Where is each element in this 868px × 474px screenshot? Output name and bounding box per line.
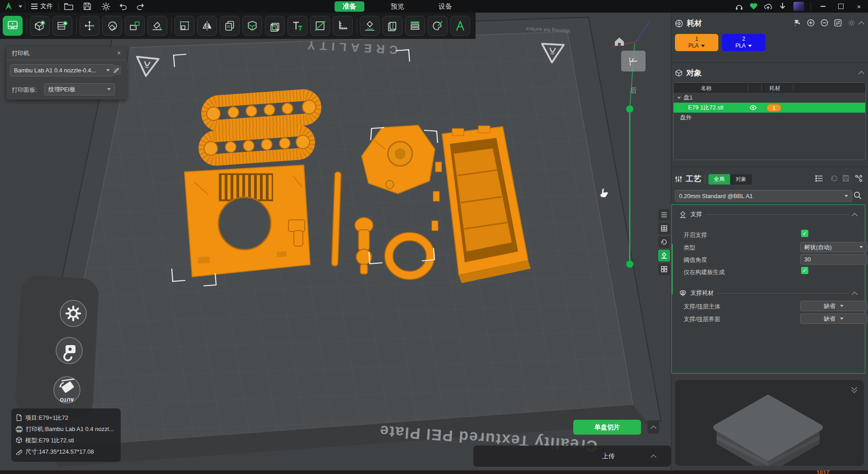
toolbar-lay-on-face-button[interactable]	[147, 16, 167, 36]
plate-preview-panel[interactable]	[675, 380, 864, 466]
toolbar-text-shape-button[interactable]	[450, 16, 470, 36]
scope-tab-global[interactable]: 全局	[708, 174, 730, 185]
file-menu[interactable]: 文件	[28, 0, 56, 13]
settings-button[interactable]	[101, 1, 111, 11]
toolbar-measure-button[interactable]	[333, 16, 353, 36]
toolbar-plate-settings-button[interactable]	[3, 16, 23, 36]
app-logo-caret[interactable]	[19, 5, 22, 8]
upload-options-button[interactable]	[647, 449, 659, 463]
clone-icon	[224, 20, 236, 32]
toolbar-add-text-button[interactable]	[288, 16, 307, 36]
toolbar-add-plate-button[interactable]	[52, 16, 72, 36]
support-base-label: 支撑/筏层主体	[684, 303, 721, 311]
toolbar-paint-seam-button[interactable]	[382, 16, 402, 36]
toolbar-variable-layer-button[interactable]	[405, 16, 425, 36]
preset-select[interactable]: 0.20mm Standard @BBL A1	[675, 190, 852, 202]
window-restore-button[interactable]	[832, 0, 850, 13]
lay-on-face-icon	[151, 20, 163, 32]
printer-select[interactable]: Bambu Lab A1 0.4 nozzle-0.4...	[10, 64, 114, 76]
printer-panel-close-button[interactable]: ×	[115, 49, 123, 57]
viewport-lock-button[interactable]	[56, 337, 82, 364]
height-gizmo-handle-top[interactable]	[626, 105, 633, 113]
filament-slot-2[interactable]: 2 PLA	[722, 34, 765, 51]
app-logo[interactable]	[4, 1, 14, 11]
object-row-selected[interactable]: E79 1比72.stl 1	[674, 103, 865, 113]
support-headset-button[interactable]	[734, 1, 744, 11]
eye-icon[interactable]	[750, 105, 757, 110]
support-filament-group-header[interactable]: 支撑耗材	[679, 289, 857, 297]
redo-button[interactable]	[135, 1, 145, 11]
health-heart-button[interactable]	[749, 1, 759, 11]
threshold-angle-input[interactable]: 30	[800, 254, 867, 265]
printer-edit-button[interactable]	[111, 65, 121, 75]
process-sync-button[interactable]	[855, 175, 863, 184]
filament-slot-1[interactable]: 1 PLA	[675, 34, 718, 51]
objects-collapse-button[interactable]	[859, 71, 864, 77]
process-history-button[interactable]	[830, 175, 838, 184]
slice-plate-button[interactable]: 单盘切片	[573, 420, 641, 435]
toolbar-clone-button[interactable]	[220, 16, 240, 36]
flush-filament-button[interactable]	[793, 19, 801, 28]
plate-group-row[interactable]: 盘1	[674, 93, 865, 103]
download-button[interactable]	[778, 1, 788, 11]
pencil-icon	[113, 67, 119, 73]
process-list-button[interactable]	[815, 175, 823, 184]
height-gizmo-handle-bottom[interactable]	[626, 261, 633, 268]
toolbar-boolean-button[interactable]	[265, 16, 285, 36]
add-filament-button[interactable]	[807, 19, 815, 28]
toolbar-add-model-button[interactable]	[30, 16, 50, 36]
sync-filament-button[interactable]	[834, 19, 842, 28]
window-minimize-button[interactable]	[814, 0, 832, 13]
settings-scrollbar[interactable]	[671, 244, 673, 294]
toolbar-paint-support-button[interactable]	[360, 16, 380, 36]
support-interface-select[interactable]: 缺省	[800, 313, 867, 324]
param-tab-support[interactable]	[658, 250, 670, 261]
cloud-upload-button[interactable]	[763, 1, 773, 11]
save-button[interactable]	[82, 1, 92, 11]
param-tab-others[interactable]	[658, 263, 670, 275]
toolbar-color-paint-button[interactable]	[428, 16, 448, 36]
open-file-button[interactable]	[64, 1, 74, 11]
upload-button[interactable]: 上传	[586, 452, 631, 460]
process-save-button[interactable]	[842, 175, 849, 184]
support-base-select[interactable]: 缺省	[800, 301, 867, 311]
buildplate-only-checkbox[interactable]: ✓	[801, 267, 808, 274]
support-filament-collapse-button[interactable]	[852, 291, 858, 297]
toolbar-move-button[interactable]	[80, 16, 99, 36]
support-group-header[interactable]: 支撑	[679, 210, 857, 218]
text-tool-icon	[292, 20, 303, 32]
user-avatar[interactable]	[793, 2, 804, 11]
toolbar-split-button[interactable]	[242, 16, 262, 36]
outside-plate-row[interactable]: 盘外	[674, 113, 865, 123]
tab-device[interactable]: 设备	[430, 1, 460, 12]
auto-orient-button[interactable]: AUTO	[54, 377, 80, 403]
object-filament-pill[interactable]: 1	[767, 104, 781, 112]
toolbar-cut-button[interactable]	[310, 16, 330, 36]
tab-preview[interactable]: 预览	[382, 1, 412, 12]
undo-button[interactable]	[118, 1, 128, 11]
support-interface-label: 支撑/筏层界面	[684, 315, 721, 323]
toolbar-auto-arrange-button[interactable]	[175, 16, 194, 36]
support-type-select[interactable]: 树状(自动)	[800, 242, 867, 252]
filament-collapse-button[interactable]	[859, 21, 864, 27]
support-collapse-button[interactable]	[852, 213, 858, 218]
param-tab-strength[interactable]	[658, 236, 670, 248]
remove-filament-button[interactable]	[821, 19, 828, 28]
enable-support-checkbox[interactable]: ✓	[801, 230, 808, 237]
divider	[76, 18, 77, 33]
upload-bar	[473, 446, 671, 467]
param-tab-quality[interactable]	[658, 223, 670, 234]
scope-tab-object[interactable]: 对象	[730, 174, 752, 185]
window-close-button[interactable]: ×	[850, 0, 868, 13]
toolbar-mirror-button[interactable]	[197, 16, 217, 36]
viewport-settings-button[interactable]	[60, 300, 86, 327]
param-tab-preset-list[interactable]	[658, 209, 670, 221]
toolbar-scale-button[interactable]	[125, 16, 145, 36]
toolbar-rotate-button[interactable]	[102, 16, 122, 36]
plate-type-select[interactable]: 纹理PEI板	[44, 83, 115, 95]
filament-settings-button[interactable]	[848, 19, 855, 28]
support-filament-icon	[679, 289, 687, 297]
slice-options-button[interactable]	[647, 420, 659, 434]
preset-search-button[interactable]	[853, 191, 862, 201]
tab-prepare[interactable]: 准备	[335, 1, 364, 12]
